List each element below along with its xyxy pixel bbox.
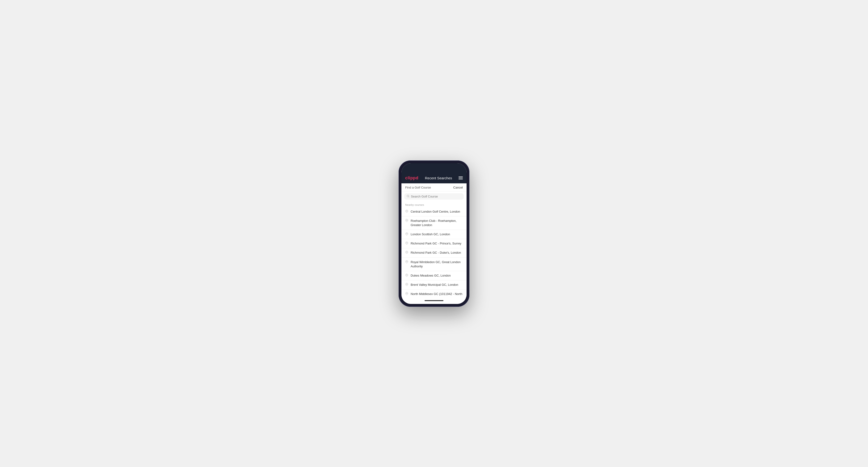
svg-point-3 [406, 220, 407, 220]
course-name: North Middlesex GC (1011942 - North Midd… [411, 292, 463, 297]
list-item[interactable]: Roehampton Club - Roehampton, Greater Lo… [401, 216, 467, 230]
svg-point-9 [406, 284, 407, 285]
svg-point-5 [406, 243, 407, 243]
status-bar [401, 163, 467, 174]
list-item[interactable]: London Scottish GC, London [401, 230, 467, 239]
list-item[interactable]: Richmond Park GC - Prince's, Surrey [401, 239, 467, 248]
svg-point-6 [406, 252, 407, 252]
svg-line-1 [408, 196, 409, 197]
phone-frame: clippd Recent Searches Find a Golf Cours… [399, 160, 469, 307]
course-name: Brent Valley Municipal GC, London [411, 283, 458, 287]
pin-icon [405, 292, 408, 296]
course-name: Richmond Park GC - Duke's, London [411, 251, 461, 255]
list-item[interactable]: Royal Wimbledon GC, Great London Authori… [401, 258, 467, 271]
pin-icon [405, 219, 408, 223]
pin-icon [405, 232, 408, 236]
list-item[interactable]: North Middlesex GC (1011942 - North Midd… [401, 289, 467, 297]
find-title: Find a Golf Course [405, 186, 431, 189]
svg-point-8 [406, 275, 407, 275]
pin-icon [405, 283, 408, 287]
pin-icon [405, 210, 408, 214]
course-name: Central London Golf Centre, London [411, 210, 460, 214]
cancel-button[interactable]: Cancel [453, 186, 463, 189]
svg-point-2 [406, 211, 407, 211]
app-logo: clippd [405, 176, 418, 181]
pin-icon [405, 251, 408, 255]
course-list: Central London Golf Centre, London Roeha… [401, 207, 467, 297]
course-name: Richmond Park GC - Prince's, Surrey [411, 241, 461, 246]
list-item[interactable]: Central London Golf Centre, London [401, 207, 467, 216]
pin-icon [405, 242, 408, 245]
search-input-wrapper [404, 193, 464, 199]
course-name: Roehampton Club - Roehampton, Greater Lo… [411, 219, 463, 227]
search-icon [407, 195, 409, 198]
nearby-label: Nearby courses [401, 201, 467, 207]
svg-point-7 [406, 261, 407, 262]
course-name: Dukes Meadows GC, London [411, 274, 451, 278]
svg-point-4 [406, 234, 407, 234]
home-bar [425, 300, 443, 301]
list-item[interactable]: Dukes Meadows GC, London [401, 271, 467, 280]
nav-title: Recent Searches [425, 176, 452, 180]
home-indicator [401, 297, 467, 304]
list-item[interactable]: Brent Valley Municipal GC, London [401, 280, 467, 289]
pin-icon [405, 274, 408, 278]
pin-icon [405, 260, 408, 264]
find-header: Find a Golf Course Cancel [401, 183, 467, 191]
search-input[interactable] [411, 195, 461, 198]
svg-point-10 [406, 293, 407, 294]
menu-icon[interactable] [459, 177, 463, 179]
nav-bar: clippd Recent Searches [401, 174, 467, 183]
list-item[interactable]: Richmond Park GC - Duke's, London [401, 248, 467, 257]
phone-screen: clippd Recent Searches Find a Golf Cours… [401, 163, 467, 304]
content-area: Find a Golf Course Cancel Nearby courses [401, 183, 467, 297]
course-name: Royal Wimbledon GC, Great London Authori… [411, 260, 463, 269]
search-container [401, 191, 467, 201]
course-name: London Scottish GC, London [411, 232, 450, 237]
